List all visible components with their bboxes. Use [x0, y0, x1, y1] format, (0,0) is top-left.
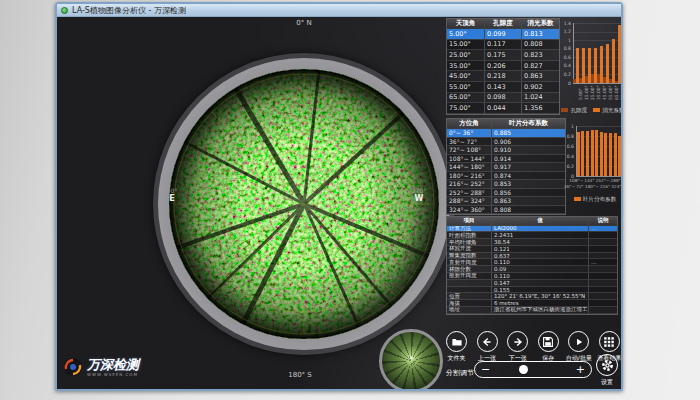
table-row[interactable]: 35.00°0.2060.827	[447, 61, 559, 72]
grid-icon	[599, 331, 620, 352]
table-row[interactable]: 海拔6 metres	[447, 300, 617, 307]
table-row[interactable]: 叶面积指数2.2431	[447, 232, 617, 239]
x-tick-label: 5.00°	[578, 83, 583, 100]
table-row[interactable]: 55.00°0.1430.902	[447, 82, 559, 93]
table-cell: 0.827	[522, 61, 559, 72]
table-row[interactable]: 65.00°0.0981.024	[447, 93, 559, 104]
bar	[609, 133, 612, 176]
table-row[interactable]: 25.00°0.1750.823	[447, 50, 559, 61]
app-window: LA-S植物图像分析仪 - 万深检测	[55, 2, 623, 391]
table-row[interactable]: 平均叶倾角38.54	[447, 239, 617, 246]
porosity-extinction-chart: 00.20.40.60.811.21.45.00°15.00°25.00°35.…	[561, 19, 621, 121]
y-tick-label: 0.6	[561, 55, 571, 60]
bar	[609, 79, 611, 83]
table-cell: 0°~ 36°	[447, 129, 492, 138]
table-row[interactable]: 72°~ 108°0.910	[447, 146, 565, 155]
gridline	[576, 126, 621, 127]
table-cell: 0.09	[492, 266, 589, 273]
column-header: 叶片分布系数	[492, 119, 565, 129]
fisheye-viewer	[169, 69, 439, 339]
table-row[interactable]: 324°~ 360°0.808	[447, 206, 565, 215]
table-cell	[589, 280, 617, 287]
table-row[interactable]: 216°~ 252°0.853	[447, 180, 565, 189]
table-cell: 浙江省杭州市下城区白杨街道浙江理工大学绿勘家园	[492, 307, 589, 314]
gear-icon	[596, 354, 618, 376]
table-row[interactable]: 0°~ 36°0.885	[447, 129, 565, 138]
table-cell: 0.206	[485, 61, 522, 72]
compass-west-label: 270° W	[407, 187, 431, 203]
table-row[interactable]: 聚集度指数0.637	[447, 253, 617, 260]
table-cell	[589, 307, 617, 314]
zenith-angle-table: 天顶角孔隙度消光系数5.00°0.0990.81315.00°0.1170.80…	[446, 18, 560, 115]
column-header: 值	[492, 217, 589, 226]
table-row[interactable]: 15.00°0.1170.808	[447, 40, 559, 51]
table-cell: 平均叶倾角	[447, 239, 492, 246]
table-row[interactable]: 288°~ 324°0.863	[447, 197, 565, 206]
brand-url: WWW.WSEEN.COM	[87, 373, 139, 377]
brand-name: 万深检测	[87, 358, 139, 371]
table-cell	[589, 273, 617, 280]
brand-logo: 万深检测 WWW.WSEEN.COM	[63, 357, 139, 377]
result-parameters-table: 项目值说明计算方法LAI2000…叶面积指数2.2431平均叶倾角38.54林冠…	[446, 216, 618, 315]
table-cell: 0.902	[522, 82, 559, 93]
title-bar[interactable]: LA-S植物图像分析仪 - 万深检测	[57, 4, 621, 17]
table-cell: LAI2000	[492, 226, 589, 233]
table-row[interactable]: 散射开阔度0.110	[447, 273, 617, 280]
bar	[595, 130, 598, 176]
table-cell: 36°~ 72°	[447, 138, 492, 147]
table-cell: 聚集度指数	[447, 253, 492, 260]
table-row[interactable]: 75.00°0.0441.356	[447, 103, 559, 114]
bar	[600, 132, 603, 176]
table-cell	[589, 266, 617, 273]
threshold-slider[interactable]: − +	[474, 361, 592, 378]
table-row[interactable]: 林隙分数0.09	[447, 266, 617, 273]
table-row[interactable]: 36°~ 72°0.906	[447, 138, 565, 147]
table-cell	[589, 253, 617, 260]
settings-button[interactable]: 设置	[595, 354, 619, 387]
bar	[586, 131, 589, 177]
table-cell: 0.121	[492, 246, 589, 253]
table-row[interactable]: 108°~ 144°0.914	[447, 155, 565, 164]
y-tick-label: 0.2	[564, 164, 574, 169]
table-cell	[589, 300, 617, 307]
slider-plus-button[interactable]: +	[576, 363, 585, 376]
table-cell: 120° 21' 6.19"E, 30° 16' 52.55"N	[492, 293, 589, 300]
table-row[interactable]: 0.147	[447, 280, 617, 287]
gridline	[573, 23, 621, 24]
bar	[614, 133, 617, 176]
table-row[interactable]: 0.155	[447, 287, 617, 294]
table-cell: 252°~ 288°	[447, 189, 492, 198]
table-row[interactable]: 位置120° 21' 6.19"E, 30° 16' 52.55"N	[447, 293, 617, 300]
table-row[interactable]: 144°~ 180°0.917	[447, 163, 565, 172]
save-button[interactable]: 保存	[534, 331, 563, 363]
table-row[interactable]: 45.00°0.2180.863	[447, 71, 559, 82]
table-cell: 直射开阔度	[447, 259, 492, 266]
table-row[interactable]: 5.00°0.0990.813	[447, 29, 559, 40]
legend-swatch	[574, 197, 581, 201]
table-cell	[589, 232, 617, 239]
table-cell: 0.910	[492, 146, 565, 155]
legend: 叶片分布系数	[564, 196, 621, 204]
table-cell	[589, 293, 617, 300]
arrow-right-button[interactable]: 下一张	[503, 331, 532, 363]
y-tick-label: 1.2	[561, 29, 571, 34]
arrow-left-button[interactable]: 上一张	[473, 331, 502, 363]
y-tick-label: 1.4	[561, 21, 571, 26]
table-row[interactable]: 252°~ 288°0.856	[447, 189, 565, 198]
preview-thumbnail[interactable]	[379, 329, 443, 389]
table-cell: 108°~ 144°	[447, 155, 492, 164]
table-row[interactable]: 计算方法LAI2000…	[447, 226, 617, 233]
table-cell: 海拔	[447, 300, 492, 307]
table-cell: 0.044	[485, 103, 522, 114]
table-row[interactable]: 直射开阔度0.110…	[447, 259, 617, 266]
table-row[interactable]: 180°~ 216°0.874	[447, 172, 565, 181]
y-tick-label: 0.8	[561, 46, 571, 51]
slider-minus-button[interactable]: −	[481, 363, 490, 376]
table-row[interactable]: 林冠开度0.121	[447, 246, 617, 253]
slider-knob[interactable]	[519, 365, 528, 374]
table-row[interactable]: 地址浙江省杭州市下城区白杨街道浙江理工大学绿勘家园	[447, 307, 617, 314]
table-cell: 180°~ 216°	[447, 172, 492, 181]
x-axis	[576, 176, 621, 177]
folder-button[interactable]: 文件夹	[442, 331, 471, 363]
play-button[interactable]: 自动/批量	[564, 331, 593, 363]
